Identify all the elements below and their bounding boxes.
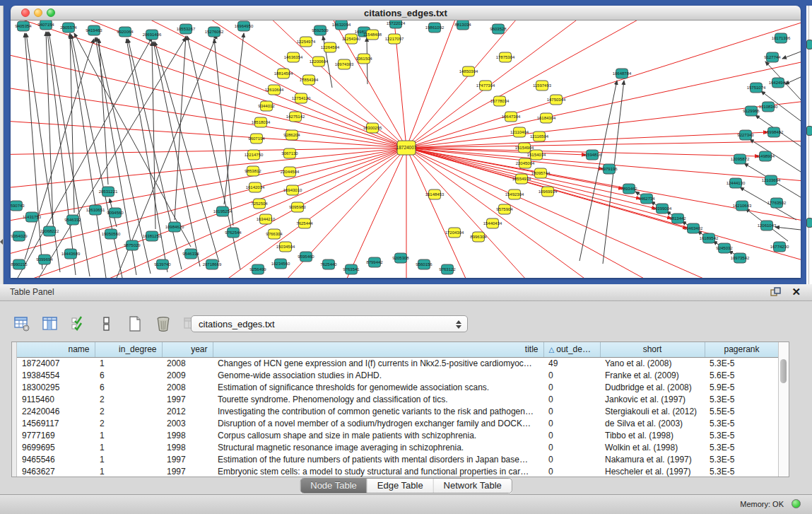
network-node[interactable]: 12264504 bbox=[321, 42, 340, 52]
network-node[interactable]: 18518034 bbox=[252, 117, 271, 127]
network-node[interactable]: 7625440 bbox=[320, 259, 337, 269]
network-node[interactable]: 15492304 bbox=[505, 189, 524, 199]
table-row[interactable]: 1872400712008Changes of HCN gene express… bbox=[17, 357, 779, 369]
close-panel-icon[interactable]: ✕ bbox=[792, 286, 801, 298]
network-node[interactable]: 16381250 bbox=[143, 231, 162, 241]
table-selector-dropdown[interactable]: citations_edges.txt bbox=[191, 315, 468, 332]
scrollbar-thumb[interactable] bbox=[780, 359, 787, 383]
network-node[interactable]: 8813034 bbox=[454, 21, 471, 30]
network-node[interactable]: 18814504 bbox=[274, 69, 293, 78]
network-node[interactable]: 10553267 bbox=[177, 24, 196, 34]
network-node[interactable]: 16424940 bbox=[769, 78, 788, 88]
network-node[interactable]: 7590743 bbox=[11, 201, 25, 211]
network-node[interactable]: 12254974 bbox=[297, 37, 316, 47]
network-node[interactable]: 9813442 bbox=[669, 214, 686, 223]
network-node[interactable]: 7252504 bbox=[251, 199, 268, 209]
network-node[interactable]: 11594816 bbox=[583, 150, 602, 160]
network-node[interactable]: 9763122 bbox=[439, 264, 456, 274]
network-node[interactable]: 16774230 bbox=[770, 242, 789, 252]
network-node[interactable]: 9256499 bbox=[249, 264, 266, 274]
network-node[interactable]: 17477304 bbox=[476, 81, 495, 90]
network-node[interactable]: 15998482 bbox=[765, 127, 784, 137]
column-header-short[interactable]: short bbox=[600, 342, 705, 357]
network-node[interactable]: 20691406 bbox=[143, 30, 162, 40]
network-node[interactable]: 7625444 bbox=[296, 218, 313, 228]
column-header-title[interactable]: title bbox=[213, 342, 543, 357]
table-row[interactable]: 977716911998Corpus callosum shape and si… bbox=[17, 429, 779, 441]
network-node[interactable]: 9419463 bbox=[86, 25, 102, 35]
network-node[interactable]: 7893462 bbox=[620, 184, 637, 194]
network-canvas[interactable]: 9405354940715429055749419463992006420691… bbox=[11, 21, 801, 278]
network-node[interactable]: 10195254 bbox=[213, 206, 233, 216]
network-node[interactable]: 17763502 bbox=[767, 198, 787, 208]
network-node[interactable]: 16142034 bbox=[246, 182, 265, 192]
network-node[interactable]: 12214750 bbox=[245, 150, 264, 160]
new-table-icon[interactable] bbox=[126, 315, 144, 333]
network-node[interactable]: 6979196 bbox=[601, 164, 618, 174]
network-node[interactable]: 2905574 bbox=[60, 23, 77, 33]
network-node[interactable]: 9766304 bbox=[266, 229, 283, 239]
network-node[interactable]: 10974303 bbox=[335, 59, 354, 69]
network-node[interactable]: 18724007 bbox=[396, 141, 417, 155]
column-header-pagerank[interactable]: pagerank bbox=[705, 342, 779, 357]
network-node[interactable]: 9227343 bbox=[737, 130, 754, 140]
network-node[interactable]: 9094560 bbox=[107, 208, 124, 218]
network-node[interactable]: 9095983 bbox=[289, 202, 306, 212]
network-node[interactable]: 10171306 bbox=[772, 33, 791, 43]
network-node[interactable]: 8996304 bbox=[470, 232, 487, 242]
network-node[interactable]: 12110404 bbox=[510, 127, 529, 137]
memory-status-indicator[interactable] bbox=[792, 499, 801, 508]
table-row[interactable]: 969969511998Structural magnetic resonanc… bbox=[17, 441, 779, 453]
splitter-collapse-arrow[interactable] bbox=[0, 239, 3, 245]
network-node[interactable]: 14850304 bbox=[459, 66, 478, 76]
column-header-year[interactable]: year bbox=[162, 342, 213, 357]
network-node[interactable]: 9407154 bbox=[37, 21, 54, 30]
network-node[interactable]: 3067130 bbox=[281, 148, 298, 158]
network-node[interactable]: 20531221 bbox=[99, 187, 118, 197]
network-node[interactable]: 9763541 bbox=[343, 264, 360, 274]
network-node[interactable]: 9399694 bbox=[36, 255, 53, 264]
network-node[interactable]: 12108340 bbox=[759, 102, 778, 112]
network-node[interactable]: 12061043 bbox=[758, 221, 777, 230]
show-columns-icon[interactable] bbox=[41, 315, 59, 333]
network-node[interactable]: 22044504 bbox=[281, 167, 300, 177]
network-node[interactable]: 9595460 bbox=[298, 252, 314, 262]
network-node[interactable]: 15751074 bbox=[747, 83, 766, 93]
network-node[interactable]: 9462734 bbox=[638, 194, 655, 204]
network-node[interactable]: 9286204 bbox=[283, 130, 300, 140]
network-node[interactable]: 12217097 bbox=[385, 34, 404, 44]
table-row[interactable]: 1830029562008Estimation of significance … bbox=[17, 381, 779, 393]
table-row[interactable]: 1938455462009Genome-wide association stu… bbox=[17, 369, 779, 381]
network-node[interactable]: 9205308 bbox=[392, 253, 409, 263]
network-node[interactable]: 14750344 bbox=[547, 95, 566, 105]
column-header-out-de-[interactable]: △out_de… bbox=[543, 342, 600, 357]
network-node[interactable]: 9344012 bbox=[258, 101, 275, 111]
delete-icon[interactable] bbox=[154, 315, 172, 333]
network-node[interactable]: 9762544 bbox=[225, 228, 242, 238]
network-node[interactable]: 9405354 bbox=[15, 21, 32, 31]
network-node[interactable]: 9361504 bbox=[355, 54, 372, 64]
network-node[interactable]: 9139740 bbox=[154, 259, 171, 269]
network-node[interactable]: 9575904 bbox=[496, 204, 513, 214]
column-header-name[interactable]: name bbox=[17, 342, 95, 357]
network-node[interactable]: 19861092 bbox=[425, 23, 445, 33]
network-node[interactable]: 10399004 bbox=[653, 204, 672, 214]
network-node[interactable]: 9127744 bbox=[764, 52, 781, 62]
table-row[interactable]: 1456911722003Disruption of a novel membe… bbox=[17, 417, 779, 429]
network-node[interactable]: 12610644 bbox=[265, 85, 284, 95]
network-node[interactable]: 9607194 bbox=[248, 134, 265, 144]
network-node[interactable]: 19050560 bbox=[102, 229, 121, 239]
network-node[interactable]: 15722024 bbox=[387, 21, 406, 28]
network-node[interactable]: 8990215 bbox=[11, 259, 28, 269]
network-node[interactable]: 9245032 bbox=[716, 243, 733, 253]
table-settings-icon[interactable] bbox=[13, 315, 31, 333]
network-node[interactable]: 16943010 bbox=[283, 185, 302, 195]
network-node[interactable]: 9592509 bbox=[312, 25, 329, 35]
network-node[interactable]: 16964950 bbox=[235, 21, 254, 31]
network-node[interactable]: 15276062 bbox=[205, 27, 224, 37]
network-node[interactable]: 17204304 bbox=[445, 228, 464, 238]
network-node[interactable]: 10973542 bbox=[731, 253, 750, 263]
network-node[interactable]: 9920064 bbox=[117, 27, 134, 37]
network-node[interactable]: 10647304 bbox=[502, 112, 521, 122]
network-node[interactable]: 11498904 bbox=[756, 151, 775, 161]
